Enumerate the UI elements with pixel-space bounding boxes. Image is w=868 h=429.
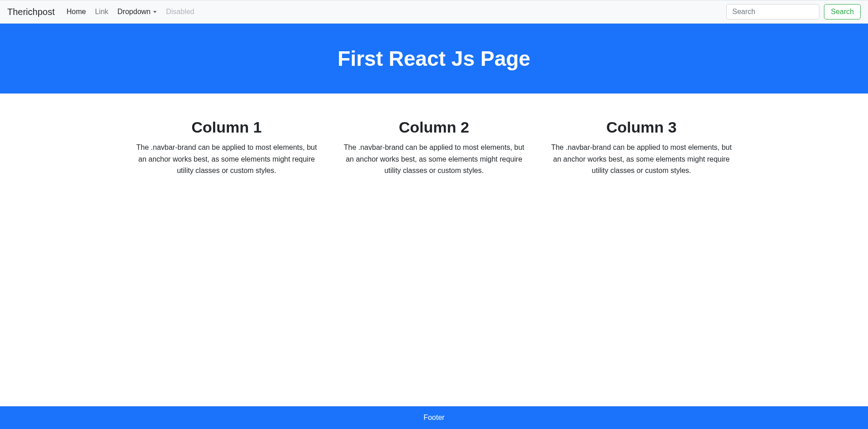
navbar-nav: Home Link Dropdown Disabled: [62, 4, 199, 20]
nav-item-disabled: Disabled: [161, 4, 198, 20]
nav-item-dropdown: Dropdown: [113, 4, 162, 20]
column-3: Column 3 The .navbar-brand can be applie…: [545, 118, 739, 406]
navbar-brand[interactable]: Therichpost: [7, 5, 55, 20]
jumbotron: First React Js Page: [0, 24, 868, 94]
column-1-text: The .navbar-brand can be applied to most…: [134, 142, 319, 177]
column-1: Column 1 The .navbar-brand can be applie…: [130, 118, 324, 406]
column-1-title: Column 1: [134, 118, 319, 136]
search-button[interactable]: Search: [824, 4, 861, 20]
nav-link-link[interactable]: Link: [95, 8, 108, 15]
columns-container: Column 1 The .navbar-brand can be applie…: [116, 118, 752, 406]
column-2-title: Column 2: [342, 118, 526, 136]
search-input[interactable]: [726, 4, 819, 20]
nav-item-link: Link: [90, 4, 113, 20]
column-2-text: The .navbar-brand can be applied to most…: [342, 142, 526, 177]
navbar-left: Therichpost Home Link Dropdown Disabled: [7, 4, 199, 20]
column-3-title: Column 3: [549, 118, 734, 136]
navbar-right: Search: [726, 4, 861, 20]
chevron-down-icon: [153, 11, 157, 13]
dropdown-label: Dropdown: [118, 8, 151, 16]
nav-item-home: Home: [62, 4, 91, 20]
nav-link-home[interactable]: Home: [67, 8, 86, 15]
column-3-text: The .navbar-brand can be applied to most…: [549, 142, 734, 177]
footer: Footer: [0, 406, 868, 429]
footer-text: Footer: [423, 414, 444, 421]
column-2: Column 2 The .navbar-brand can be applie…: [337, 118, 531, 406]
nav-link-dropdown[interactable]: Dropdown: [118, 8, 157, 16]
navbar: Therichpost Home Link Dropdown Disabled …: [0, 0, 868, 24]
nav-link-disabled: Disabled: [166, 8, 194, 15]
page-title: First React Js Page: [9, 46, 859, 71]
